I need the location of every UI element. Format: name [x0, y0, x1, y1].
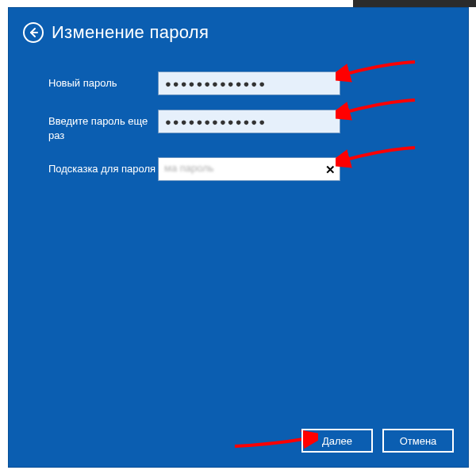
clear-hint-button[interactable]: ✕ — [325, 164, 336, 175]
form: Новый пароль Введите пароль еще раз Подс… — [9, 51, 468, 181]
header: Изменение пароля — [9, 8, 468, 51]
row-new-password: Новый пароль — [48, 71, 452, 95]
cancel-button[interactable]: Отмена — [382, 429, 454, 453]
row-hint: Подсказка для пароля ма пароль ✕ — [48, 157, 452, 181]
password-hint-input[interactable] — [158, 157, 340, 181]
label-confirm-password: Введите пароль еще раз — [48, 110, 158, 143]
footer: Далее Отмена — [301, 429, 454, 453]
next-button[interactable]: Далее — [301, 429, 373, 453]
change-password-window: Изменение пароля Новый пароль Введите па… — [8, 7, 469, 468]
label-new-password: Новый пароль — [48, 71, 158, 91]
confirm-password-input[interactable] — [158, 110, 340, 133]
back-button[interactable] — [23, 22, 44, 43]
new-password-input[interactable] — [158, 71, 340, 95]
label-hint: Подсказка для пароля — [48, 157, 158, 176]
row-confirm-password: Введите пароль еще раз — [48, 110, 452, 143]
arrow-left-icon — [28, 27, 39, 38]
page-title: Изменение пароля — [52, 22, 209, 43]
